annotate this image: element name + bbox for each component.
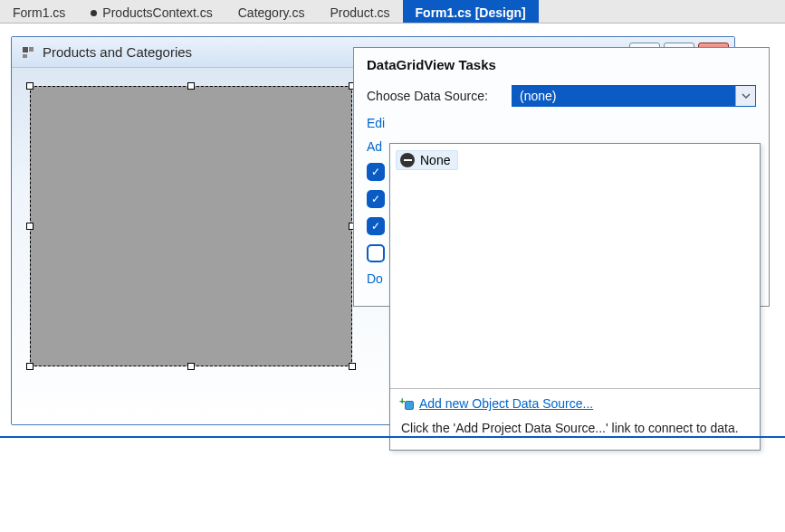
tab-label: Form1.cs [Design] <box>416 5 526 20</box>
dock-link[interactable]: Do <box>367 271 383 286</box>
add-object-data-source-label: Add new Object Data Source... <box>419 396 593 411</box>
dirty-indicator-icon <box>91 10 97 16</box>
edit-columns-link[interactable]: Edi <box>367 116 385 130</box>
data-source-hint-text: Click the 'Add Project Data Source...' l… <box>401 420 749 437</box>
tab-form1-code[interactable]: Form1.cs <box>0 0 78 23</box>
tab-label: Product.cs <box>330 5 389 20</box>
add-object-data-source-link[interactable]: + Add new Object Data Source... <box>401 396 593 411</box>
form-icon <box>21 45 35 60</box>
datagridview-control[interactable]: ◂ <box>30 86 352 366</box>
data-source-value: (none) <box>512 86 735 106</box>
add-data-source-icon: + <box>401 397 414 410</box>
svg-rect-0 <box>23 47 28 52</box>
data-source-dropdown-popup: None + Add new Object Data Source... Cli… <box>389 143 761 451</box>
tab-label: Category.cs <box>238 5 305 20</box>
data-source-popup-footer: + Add new Object Data Source... Click th… <box>390 389 760 450</box>
resize-handle[interactable] <box>187 82 195 90</box>
choose-data-source-row: Choose Data Source: (none) <box>367 85 756 107</box>
combo-dropdown-button[interactable] <box>735 86 755 106</box>
tab-label: Form1.cs <box>13 5 65 20</box>
resize-handle[interactable] <box>26 363 34 370</box>
data-source-tree[interactable]: None <box>390 144 760 388</box>
resize-handle[interactable] <box>349 363 356 370</box>
data-source-none-label: None <box>420 153 450 167</box>
tab-category[interactable]: Category.cs <box>225 0 318 23</box>
designer-bottom-separator <box>0 436 785 438</box>
enable-editing-checkbox[interactable]: ✓ <box>367 190 385 208</box>
add-column-link[interactable]: Ad <box>367 139 382 154</box>
tab-product[interactable]: Product.cs <box>317 0 402 23</box>
svg-rect-1 <box>29 47 34 52</box>
tab-form1-design[interactable]: Form1.cs [Design] <box>403 0 539 23</box>
tab-productscontext[interactable]: ProductsContext.cs <box>78 0 225 23</box>
tab-label: ProductsContext.cs <box>102 5 212 20</box>
enable-deleting-checkbox[interactable]: ✓ <box>367 217 385 235</box>
none-icon <box>400 153 415 167</box>
data-source-combo[interactable]: (none) <box>512 85 756 107</box>
document-tab-strip: Form1.cs ProductsContext.cs Category.cs … <box>0 0 785 24</box>
chevron-down-icon <box>742 89 751 103</box>
enable-adding-checkbox[interactable]: ✓ <box>367 163 385 181</box>
choose-data-source-label: Choose Data Source: <box>367 89 503 103</box>
resize-handle[interactable] <box>26 223 34 230</box>
resize-handle[interactable] <box>26 82 34 90</box>
enable-reordering-checkbox[interactable] <box>367 244 385 262</box>
svg-rect-2 <box>23 54 27 58</box>
data-source-none-item[interactable]: None <box>396 150 458 170</box>
resize-handle[interactable] <box>187 363 195 370</box>
tasks-panel-title: DataGridView Tasks <box>367 57 756 72</box>
